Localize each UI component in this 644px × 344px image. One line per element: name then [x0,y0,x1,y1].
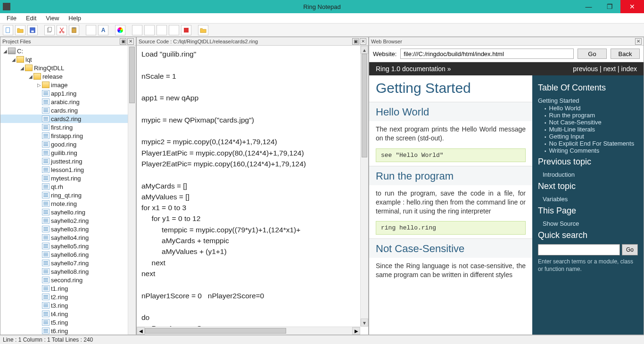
back-button[interactable]: Back [611,49,640,59]
tree-item[interactable]: ▷image [0,81,136,89]
paste-icon[interactable] [69,25,79,35]
toc-item[interactable]: Hello World [545,105,638,112]
doc-section-case: Not Case-Sensitive [369,238,532,258]
doc-h1: Getting Started [369,75,532,99]
tree-item[interactable]: cards.ring [0,106,136,115]
toc-item[interactable]: Not Case-Sensitive [545,119,638,126]
toc-root[interactable]: Getting Started [538,97,638,105]
scroll-up-icon[interactable]: ▲ [361,46,368,54]
tree-item[interactable]: t6.ring [0,327,136,335]
tree-item[interactable]: firstapp.ring [0,131,136,140]
file-tree[interactable]: ◢C:◢lqt◢RingQtDLL◢release▷imageapp1.ring… [0,46,136,335]
tree-item[interactable]: arabic.ring [0,98,136,106]
doc-code: see "Hello World" [376,148,526,162]
scroll-down-icon[interactable]: ▼ [361,319,368,327]
breadcrumb[interactable]: Ring 1.0 documentation » [376,65,451,73]
tree-item[interactable]: rnote.ring [0,199,136,208]
new-file-icon[interactable] [3,25,13,35]
scroll-left-icon[interactable]: ◀ [137,327,145,335]
nav-next[interactable]: next [603,65,616,73]
panel-float-icon[interactable]: ▣ [120,38,126,45]
color-icon[interactable] [115,25,125,35]
scroll-right-icon[interactable]: ▶ [352,327,360,335]
maximize-button[interactable]: ❐ [599,0,620,13]
nav-index[interactable]: index [621,65,637,73]
close-button[interactable]: ✕ [620,0,644,13]
tree-item[interactable]: sayhello4.ring [0,233,136,242]
tree-item[interactable]: sayhello7.ring [0,259,136,267]
toc-item[interactable]: Getting Input [545,133,638,140]
minimize-button[interactable]: — [578,0,599,13]
svg-rect-2 [31,30,33,32]
tree-item[interactable]: sayhello8.ring [0,267,136,276]
tree-item[interactable]: ◢lqt [0,55,136,64]
panel-float-icon[interactable]: ▣ [352,38,359,45]
tree-scrollbar[interactable] [128,46,136,335]
toc-item[interactable]: No Explicit End For Statements [545,140,638,147]
tree-item[interactable]: ring_qt.ring [0,191,136,199]
tree-item[interactable]: sayhello5.ring [0,242,136,250]
link-icon[interactable] [132,25,142,35]
tree-item[interactable]: good.ring [0,140,136,148]
menu-edit[interactable]: Edit [21,14,41,23]
tree-item[interactable]: ◢release [0,72,136,81]
svg-rect-4 [48,27,51,31]
tree-item[interactable]: t2.ring [0,293,136,301]
stop-icon[interactable] [181,25,191,35]
go-button[interactable]: Go [578,49,607,59]
doc-text: to run the program, save the code in a f… [369,185,532,220]
open-file-icon[interactable] [15,25,25,35]
open-folder-icon[interactable] [198,25,208,35]
database-icon[interactable] [144,25,155,35]
tree-item[interactable]: sayhello.ring [0,208,136,216]
tree-item[interactable]: ◢RingQtDLL [0,64,136,72]
tree-item[interactable]: second.ring [0,276,136,284]
save-icon[interactable] [27,25,38,35]
menu-help[interactable]: Help [64,14,86,23]
menu-view[interactable]: View [41,14,64,23]
panel-close-icon[interactable]: ✕ [360,38,366,45]
copy-icon[interactable] [44,25,55,35]
tree-item[interactable]: guilib.ring [0,148,136,157]
search-input[interactable] [538,244,620,255]
code-editor[interactable]: Load "guilib.ring" nScale = 1 app1 = new… [137,46,360,327]
menu-file[interactable]: File [2,14,21,23]
tree-item[interactable]: t3.ring [0,301,136,310]
doc-section-hello: Hello World [369,102,532,121]
tree-item[interactable]: cards2.ring [0,115,136,123]
toc-heading: Table Of Contents [538,83,638,93]
cut-icon[interactable] [57,25,67,35]
panel-close-icon[interactable]: ✕ [127,38,134,45]
show-source-link[interactable]: Show Source [538,220,638,228]
doc-content[interactable]: Getting Started Hello World The next pro… [369,75,532,335]
editor-hscrollbar[interactable]: ◀ ▶ [137,327,360,335]
tree-item[interactable]: qt.rh [0,182,136,191]
next-topic-link[interactable]: Variables [538,195,638,203]
tree-item[interactable]: t5.ring [0,318,136,327]
toc-item[interactable]: Run the program [545,112,638,119]
url-label: Website: [373,50,396,57]
tree-item[interactable]: sayhello2.ring [0,216,136,225]
tree-item[interactable]: t4.ring [0,310,136,318]
tree-item[interactable]: app1.ring [0,89,136,98]
tree-item[interactable]: lesson1.ring [0,165,136,174]
search-go-button[interactable]: Go [622,244,638,255]
font-icon[interactable]: A [98,25,108,35]
tree-item[interactable]: t1.ring [0,284,136,293]
prev-topic-link[interactable]: Introduction [538,171,638,179]
panel-close-icon[interactable]: ✕ [635,38,642,45]
editor-vscrollbar[interactable]: ▲ ▼ [360,46,368,327]
tree-item[interactable]: first.ring [0,123,136,131]
toc-item[interactable]: Multi-Line literals [545,126,638,133]
undo-icon[interactable] [86,25,96,35]
nav-previous[interactable]: previous [573,65,598,73]
build-icon[interactable] [169,25,179,35]
url-input[interactable] [400,49,574,59]
tree-item[interactable]: sayhello3.ring [0,225,136,233]
toc-item[interactable]: Writing Comments [545,147,638,154]
run-icon[interactable] [157,25,167,35]
tree-item[interactable]: mytest.ring [0,174,136,182]
tree-item[interactable]: ◢C: [0,47,136,55]
tree-item[interactable]: justtest.ring [0,157,136,165]
tree-item[interactable]: sayhello6.ring [0,250,136,259]
